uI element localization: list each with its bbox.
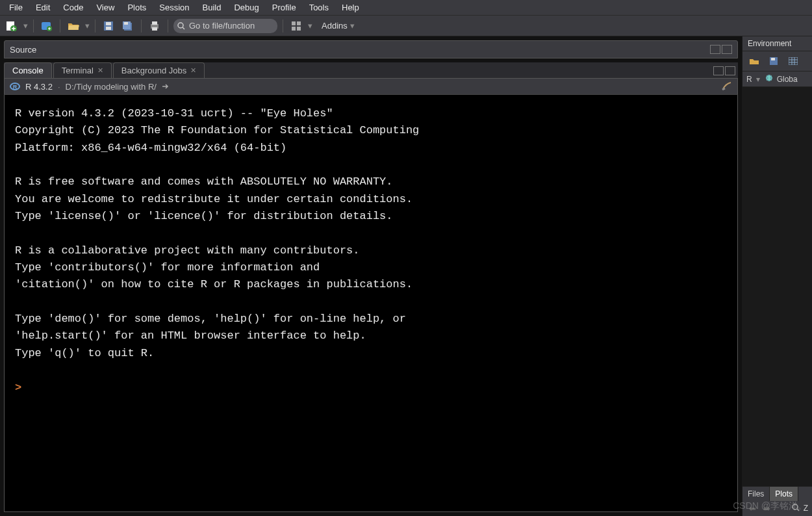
svg-rect-6	[106, 27, 111, 30]
tab-terminal[interactable]: Terminal ✕	[53, 62, 112, 78]
minimize-pane-button[interactable]	[710, 45, 720, 54]
environment-body	[742, 87, 812, 486]
zoom-icon[interactable]	[792, 504, 800, 513]
menubar: File Edit Code View Plots Session Build …	[0, 0, 812, 16]
console-tab-row: Console Terminal ✕ Background Jobs ✕	[4, 62, 738, 78]
tab-console[interactable]: Console	[4, 62, 52, 78]
svg-rect-5	[106, 22, 111, 25]
svg-point-24	[793, 504, 798, 510]
svg-rect-22	[789, 57, 798, 65]
svg-rect-12	[152, 27, 157, 31]
r-logo-icon: R	[10, 81, 20, 92]
plot-next-icon[interactable]: ➡	[761, 504, 772, 513]
r-version-label: R 4.3.2	[25, 82, 53, 92]
tab-files[interactable]: Files	[742, 487, 770, 501]
grid-button[interactable]	[288, 19, 304, 33]
new-file-button[interactable]	[4, 19, 19, 33]
console-prompt: >	[15, 381, 21, 394]
menu-tools[interactable]: Tools	[303, 1, 335, 14]
print-button[interactable]	[147, 19, 162, 33]
menu-session[interactable]: Session	[153, 1, 196, 14]
menu-file[interactable]: File	[3, 1, 29, 14]
svg-point-13	[178, 23, 183, 28]
maximize-pane-button[interactable]	[722, 45, 732, 54]
console-info-bar: R R 4.3.2 · D:/Tidy modeling with R/	[4, 78, 738, 95]
open-file-button[interactable]	[66, 19, 81, 33]
svg-rect-16	[292, 27, 296, 31]
load-workspace-icon[interactable]	[746, 54, 762, 68]
save-button[interactable]	[101, 19, 116, 33]
source-pane-header: Source	[4, 40, 738, 58]
save-all-button[interactable]	[120, 19, 136, 33]
svg-rect-15	[297, 21, 301, 25]
goto-placeholder: Go to file/function	[189, 21, 255, 31]
menu-profile[interactable]: Profile	[266, 1, 303, 14]
plot-prev-icon[interactable]: ⬅	[746, 504, 758, 513]
tab-environment[interactable]: Environment	[742, 36, 812, 51]
menu-plots[interactable]: Plots	[121, 1, 153, 14]
svg-rect-14	[292, 21, 296, 25]
save-workspace-icon[interactable]	[766, 54, 781, 68]
new-project-button[interactable]	[39, 19, 55, 33]
tab-bgjobs-label: Background Jobs	[121, 66, 186, 75]
tab-console-label: Console	[12, 66, 44, 75]
minimize-console-button[interactable]	[713, 66, 724, 75]
close-icon[interactable]: ✕	[97, 66, 103, 75]
tab-plots[interactable]: Plots	[770, 487, 798, 501]
svg-rect-21	[771, 58, 775, 60]
console-output[interactable]: R version 4.3.2 (2023-10-31 ucrt) -- "Ey…	[4, 95, 738, 512]
search-icon	[177, 22, 185, 30]
tab-background-jobs[interactable]: Background Jobs ✕	[113, 62, 205, 78]
menu-help[interactable]: Help	[335, 1, 366, 14]
source-pane-title: Source	[10, 45, 36, 55]
close-icon[interactable]: ✕	[190, 66, 196, 75]
menu-code[interactable]: Code	[57, 1, 90, 14]
svg-rect-11	[152, 21, 157, 25]
menu-debug[interactable]: Debug	[227, 1, 265, 14]
svg-text:R: R	[13, 84, 18, 90]
right-column: Environment R ▾ Globa Files Plots ⬅ ➡ Z	[742, 36, 812, 516]
menu-build[interactable]: Build	[196, 1, 228, 14]
clear-console-icon[interactable]	[722, 81, 732, 90]
working-dir-path[interactable]: D:/Tidy modeling with R/	[66, 82, 157, 92]
scope-r-label[interactable]: R	[746, 75, 752, 84]
global-env-icon	[765, 74, 773, 82]
menu-edit[interactable]: Edit	[29, 1, 57, 14]
import-dataset-icon[interactable]	[785, 54, 801, 68]
tab-terminal-label: Terminal	[62, 66, 94, 75]
svg-rect-17	[297, 27, 301, 31]
menu-view[interactable]: View	[90, 1, 121, 14]
console-text: R version 4.3.2 (2023-10-31 ucrt) -- "Ey…	[15, 107, 419, 359]
goto-file-function[interactable]: Go to file/function	[173, 19, 277, 33]
addins-label: Addins	[322, 21, 348, 31]
goto-dir-icon[interactable]	[162, 83, 170, 90]
zoom-label: Z	[804, 504, 808, 513]
addins-dropdown[interactable]: Addins ▾	[316, 19, 360, 32]
global-env-label[interactable]: Globa	[777, 75, 798, 84]
main-toolbar: ▾ ▾ Go to file/function ▾ Addins ▾	[0, 16, 812, 36]
svg-rect-9	[124, 22, 128, 25]
maximize-console-button[interactable]	[725, 66, 735, 75]
